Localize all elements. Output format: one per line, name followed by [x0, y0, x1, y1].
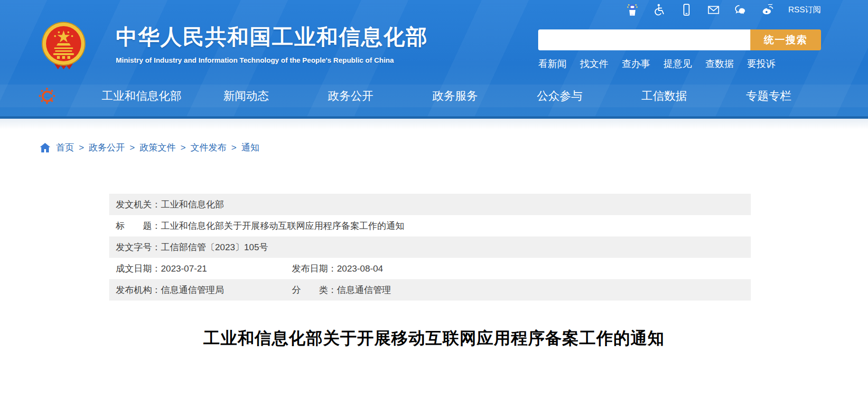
- breadcrumb-item: 政策文件 >: [140, 141, 190, 154]
- breadcrumb-separator: >: [180, 142, 186, 153]
- doc-info-label: 发布机构：: [116, 285, 161, 295]
- header-fade-strip: [0, 119, 868, 129]
- breadcrumb-item: 文件发布 >: [190, 141, 241, 154]
- topbar: RSS订阅: [626, 3, 821, 16]
- doc-info-row: 发文机关：工业和信息化部: [109, 194, 751, 215]
- quick-link[interactable]: 找文件: [580, 57, 608, 70]
- doc-info-value: 工业和信息化部: [161, 199, 224, 209]
- breadcrumb-item: 政务公开 >: [89, 141, 140, 154]
- doc-info-label: 成文日期：: [116, 264, 161, 273]
- brand-text: 中华人民共和国工业和信息化部 Ministry of Industry and …: [116, 21, 428, 64]
- quick-link[interactable]: 要投诉: [747, 57, 775, 70]
- email-icon[interactable]: [707, 3, 720, 16]
- miit-e-logo-icon: [38, 87, 56, 105]
- doc-info-label: 发布日期：: [292, 264, 337, 273]
- breadcrumb-separator: >: [130, 142, 135, 153]
- breadcrumb-separator: >: [79, 142, 84, 153]
- nav-item[interactable]: 政务服务: [403, 88, 507, 104]
- doc-info-table: 发文机关：工业和信息化部 标 题：工业和信息化部关于开展移动互联网应用程序备案工…: [109, 194, 751, 301]
- doc-info-value: 工信部信管〔2023〕105号: [161, 242, 268, 252]
- mobile-icon[interactable]: [680, 3, 693, 16]
- main-nav: 工业和信息化部新闻动态政务公开政务服务公众参与工信数据专题专栏: [0, 85, 868, 107]
- doc-info-value: 2023-08-04: [337, 264, 383, 273]
- doc-info-row: 发布机构：信息通信管理局 分 类：信息通信管理: [109, 279, 751, 301]
- doc-info-value: 2023-07-21: [161, 264, 207, 273]
- doc-info-second-column: 分 类：信息通信管理: [292, 279, 391, 301]
- nav-item[interactable]: 工业和信息化部: [89, 88, 194, 104]
- nav-item[interactable]: 工信数据: [612, 88, 716, 104]
- nav-item[interactable]: 新闻动态: [194, 88, 298, 104]
- breadcrumb-item: 通知 >: [241, 141, 259, 154]
- quick-link[interactable]: 查办事: [622, 57, 650, 70]
- quick-links: 看新闻找文件查办事提意见查数据要投诉: [538, 57, 821, 70]
- nav-item[interactable]: 专题专栏: [717, 88, 821, 104]
- quick-link[interactable]: 查数据: [705, 57, 734, 70]
- doc-info-row: 发文字号：工信部信管〔2023〕105号: [109, 236, 751, 258]
- doc-info-label: 分 类：: [292, 285, 337, 295]
- breadcrumb-link[interactable]: 文件发布: [190, 141, 226, 154]
- search-row: 统一搜索: [538, 29, 821, 50]
- breadcrumb-link[interactable]: 政策文件: [140, 141, 176, 154]
- site-subtitle: Ministry of Industry and Information Tec…: [116, 56, 428, 64]
- doc-info-value: 信息通信管理: [337, 285, 391, 295]
- doc-info-label: 发文机关：: [116, 199, 161, 209]
- quick-link[interactable]: 提意见: [663, 57, 692, 70]
- breadcrumb-item: 首页 >: [56, 141, 89, 154]
- nav-item[interactable]: 公众参与: [507, 88, 612, 104]
- site-title: 中华人民共和国工业和信息化部: [116, 23, 428, 51]
- brand-home-link[interactable]: 中华人民共和国工业和信息化部 Ministry of Industry and …: [40, 21, 428, 70]
- site-header: RSS订阅: [0, 0, 868, 119]
- search-input[interactable]: [538, 29, 750, 50]
- breadcrumb: 首页 > 政务公开 > 政策文件 > 文件发布 >: [40, 141, 868, 154]
- header-inner: RSS订阅: [0, 0, 868, 116]
- doc-info-row: 成文日期：2023-07-21 发布日期：2023-08-04: [109, 258, 751, 279]
- national-emblem-icon: [40, 21, 87, 70]
- page-content: 首页 > 政务公开 > 政策文件 > 文件发布 >: [0, 141, 868, 349]
- document-title: 工业和信息化部关于开展移动互联网应用程序备案工作的通知: [0, 327, 868, 349]
- home-icon[interactable]: [40, 143, 50, 152]
- doc-info-label: 标 题：: [116, 221, 161, 231]
- quick-link[interactable]: 看新闻: [538, 57, 567, 70]
- rss-subscribe-link[interactable]: RSS订阅: [788, 4, 821, 15]
- assistant-robot-icon[interactable]: [626, 3, 639, 16]
- breadcrumb-link[interactable]: 通知: [241, 141, 259, 154]
- accessibility-icon[interactable]: [653, 3, 666, 16]
- doc-info-value: 信息通信管理局: [161, 285, 224, 295]
- search-area: 统一搜索 看新闻找文件查办事提意见查数据要投诉: [538, 29, 821, 70]
- breadcrumb-link[interactable]: 首页: [56, 141, 74, 154]
- nav-items: 工业和信息化部新闻动态政务公开政务服务公众参与工信数据专题专栏: [89, 88, 821, 104]
- nav-item[interactable]: 政务公开: [299, 88, 403, 104]
- doc-info-row: 标 题：工业和信息化部关于开展移动互联网应用程序备案工作的通知: [109, 215, 751, 236]
- breadcrumb-link[interactable]: 政务公开: [89, 141, 125, 154]
- wechat-icon[interactable]: [734, 3, 747, 16]
- doc-info-label: 发文字号：: [116, 242, 161, 252]
- breadcrumb-separator: >: [231, 142, 236, 153]
- doc-info-second-column: 发布日期：2023-08-04: [292, 258, 383, 279]
- doc-info-value: 工业和信息化部关于开展移动互联网应用程序备案工作的通知: [161, 221, 404, 231]
- weibo-icon[interactable]: [761, 3, 774, 16]
- unified-search-button[interactable]: 统一搜索: [750, 29, 821, 50]
